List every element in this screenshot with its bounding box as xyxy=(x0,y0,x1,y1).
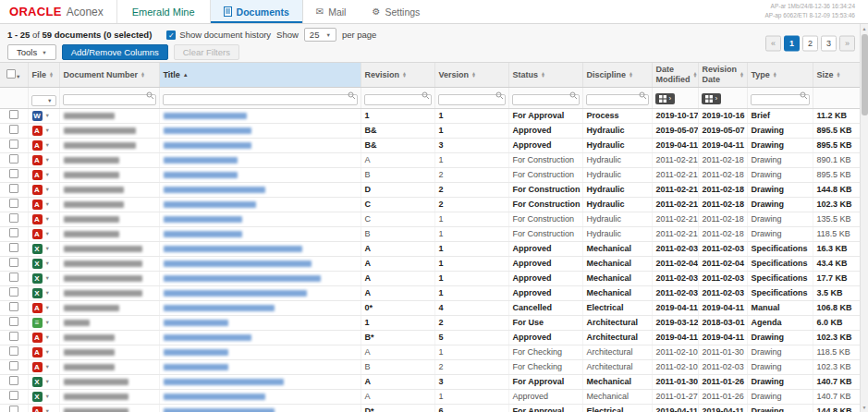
tab-settings[interactable]: ⚙ Settings xyxy=(359,0,433,23)
row-menu-caret[interactable]: ▼ xyxy=(45,113,50,118)
column-header-date-modified[interactable]: Date Modified▲▼ xyxy=(652,63,698,87)
file-type-icon[interactable]: A xyxy=(32,333,43,343)
row-checkbox[interactable] xyxy=(9,317,18,326)
column-header-type[interactable]: Type▲▼ xyxy=(747,63,813,87)
document-title-redacted[interactable] xyxy=(164,349,228,356)
document-number-redacted[interactable] xyxy=(64,113,115,119)
row-menu-caret[interactable]: ▼ xyxy=(45,216,50,222)
show-history-checkbox[interactable]: ✓ xyxy=(166,30,176,40)
row-menu-caret[interactable]: ▼ xyxy=(45,320,50,325)
file-type-icon[interactable]: A xyxy=(32,170,43,180)
row-menu-caret[interactable]: ▼ xyxy=(45,142,50,148)
document-title-redacted[interactable] xyxy=(164,246,302,252)
column-header-discipline[interactable]: Discipline▲▼ xyxy=(582,63,652,87)
document-number-redacted[interactable] xyxy=(64,187,124,193)
document-title-redacted[interactable] xyxy=(164,408,275,412)
file-type-icon[interactable]: X xyxy=(32,244,43,254)
document-title-redacted[interactable] xyxy=(164,275,321,282)
row-menu-caret[interactable]: ▼ xyxy=(45,305,50,310)
column-header-title[interactable]: Title▲ xyxy=(159,63,361,87)
file-type-icon[interactable]: W xyxy=(32,111,43,121)
pagination-button[interactable]: « xyxy=(765,35,781,51)
tab-documents[interactable]: Documents xyxy=(211,0,303,23)
row-menu-caret[interactable]: ▼ xyxy=(45,394,50,399)
row-menu-caret[interactable]: ▼ xyxy=(45,290,50,296)
row-menu-caret[interactable]: ▼ xyxy=(45,246,50,251)
row-menu-caret[interactable]: ▼ xyxy=(45,364,50,370)
row-checkbox[interactable] xyxy=(9,139,18,149)
document-number-redacted[interactable] xyxy=(64,379,128,385)
document-title-redacted[interactable] xyxy=(164,334,251,341)
row-checkbox[interactable] xyxy=(9,302,18,311)
select-menu-caret[interactable]: ▼ xyxy=(16,74,20,79)
row-menu-caret[interactable]: ▼ xyxy=(45,408,50,412)
project-selector[interactable]: Emerald Mine xyxy=(116,0,211,23)
row-checkbox[interactable] xyxy=(9,228,18,237)
file-type-icon[interactable]: X xyxy=(32,259,43,269)
row-menu-caret[interactable]: ▼ xyxy=(45,172,50,177)
row-menu-caret[interactable]: ▼ xyxy=(45,127,50,133)
document-title-redacted[interactable] xyxy=(164,320,228,326)
document-number-redacted[interactable] xyxy=(64,275,142,282)
pagination-button[interactable]: » xyxy=(839,35,855,51)
row-checkbox[interactable] xyxy=(9,199,18,208)
vertical-scrollbar[interactable]: ▲ ▼ xyxy=(860,24,868,412)
date-modified-filter-button[interactable]: › xyxy=(655,93,676,104)
column-header-document-number[interactable]: Document Number▲▼ xyxy=(59,63,159,87)
scroll-up-icon[interactable]: ▲ xyxy=(861,24,868,33)
row-checkbox[interactable] xyxy=(9,169,18,178)
file-type-icon[interactable]: X xyxy=(32,377,43,387)
row-checkbox[interactable] xyxy=(9,361,18,370)
row-checkbox[interactable] xyxy=(9,391,18,400)
row-checkbox[interactable] xyxy=(9,213,18,223)
document-title-redacted[interactable] xyxy=(164,379,284,385)
row-menu-caret[interactable]: ▼ xyxy=(45,275,50,281)
document-number-redacted[interactable] xyxy=(64,394,128,400)
document-number-redacted[interactable] xyxy=(64,334,115,341)
file-type-icon[interactable]: A xyxy=(32,185,43,195)
row-checkbox[interactable] xyxy=(9,243,18,252)
pagination-button[interactable]: 1 xyxy=(784,35,800,51)
page-size-select[interactable]: 25 ▼ xyxy=(304,28,336,42)
revision-date-filter-button[interactable]: › xyxy=(702,93,722,104)
file-type-icon[interactable]: A xyxy=(32,406,43,412)
file-type-icon[interactable]: A xyxy=(32,155,43,165)
row-checkbox[interactable] xyxy=(9,125,18,134)
row-menu-caret[interactable]: ▼ xyxy=(45,187,50,192)
row-checkbox[interactable] xyxy=(9,184,18,193)
clear-filters-button[interactable]: Clear Filters xyxy=(174,44,239,60)
column-header-status[interactable]: Status▲▼ xyxy=(508,63,582,87)
tools-button[interactable]: Tools ▼ xyxy=(7,44,56,60)
row-menu-caret[interactable]: ▼ xyxy=(45,349,50,355)
document-title-redacted[interactable] xyxy=(164,231,242,237)
file-type-icon[interactable]: A xyxy=(32,303,43,313)
document-number-redacted[interactable] xyxy=(64,364,115,370)
file-type-icon[interactable]: A xyxy=(32,214,43,224)
select-all-checkbox[interactable] xyxy=(6,69,16,79)
document-title-redacted[interactable] xyxy=(164,364,228,370)
row-checkbox[interactable] xyxy=(9,110,18,119)
document-title-redacted[interactable] xyxy=(164,201,256,208)
document-title-redacted[interactable] xyxy=(164,113,247,119)
scroll-down-icon[interactable]: ▼ xyxy=(861,403,868,412)
row-menu-caret[interactable]: ▼ xyxy=(45,379,50,384)
document-title-redacted[interactable] xyxy=(164,305,275,311)
show-history-toggle[interactable]: ✓ Show document history xyxy=(166,30,271,40)
document-number-redacted[interactable] xyxy=(64,320,90,326)
document-number-filter-input[interactable] xyxy=(63,94,156,105)
document-number-redacted[interactable] xyxy=(64,231,119,237)
document-title-redacted[interactable] xyxy=(164,394,265,400)
document-number-redacted[interactable] xyxy=(64,290,142,297)
column-header-revision-date[interactable]: Revision Date▲▼ xyxy=(698,63,747,87)
pagination-button[interactable]: 3 xyxy=(821,35,837,51)
file-type-icon[interactable]: A xyxy=(32,362,43,372)
row-menu-caret[interactable]: ▼ xyxy=(45,201,50,207)
file-type-icon[interactable]: ≡ xyxy=(32,318,43,328)
add-remove-columns-button[interactable]: Add/Remove Columns xyxy=(62,44,168,60)
document-number-redacted[interactable] xyxy=(64,261,142,267)
document-number-redacted[interactable] xyxy=(64,216,119,223)
document-number-redacted[interactable] xyxy=(64,408,128,412)
row-checkbox[interactable] xyxy=(9,332,18,341)
row-checkbox[interactable] xyxy=(9,273,18,282)
file-type-icon[interactable]: X xyxy=(32,288,43,298)
